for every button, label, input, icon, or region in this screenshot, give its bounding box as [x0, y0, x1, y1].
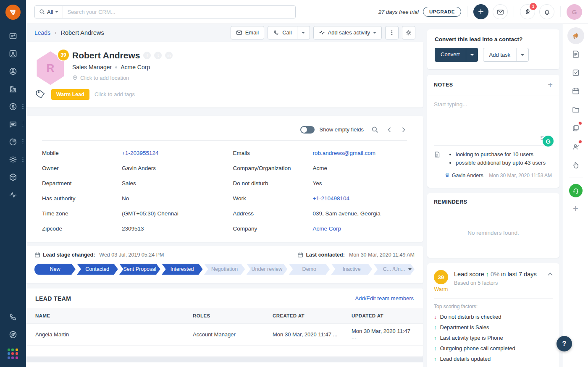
divider — [560, 6, 561, 17]
rail-item-files[interactable] — [567, 101, 584, 118]
apps-grid-icon[interactable] — [8, 349, 18, 359]
field-value-emails[interactable]: rob.andrews@gmail.com — [313, 150, 376, 156]
search-scope-dropdown[interactable]: All — [35, 6, 63, 18]
note-doc-icon — [434, 151, 441, 168]
factor-text: Department is Sales — [440, 324, 489, 330]
add-task-button[interactable]: Add task — [483, 48, 529, 62]
whats-new-button[interactable]: 1 — [520, 4, 535, 19]
rail-item-notes[interactable] — [567, 46, 584, 63]
field-value-work-phone[interactable]: +1-210498104 — [313, 195, 349, 202]
notifications-button[interactable] — [539, 4, 554, 19]
field-label: Time zone — [42, 210, 122, 217]
bell-icon — [543, 8, 551, 16]
prev-page-button[interactable] — [386, 126, 393, 133]
rail-item-participants[interactable] — [567, 138, 584, 155]
add-sales-activity-button[interactable]: Add sales activity — [313, 26, 382, 39]
scoring-factors: Top scoring factors: ↓Do not disturb is … — [434, 298, 553, 362]
sidebar-item-deals[interactable] — [4, 98, 22, 115]
chevron-down-icon — [521, 54, 524, 56]
rail-item-engagement[interactable] — [567, 157, 584, 173]
call-button[interactable]: Call — [268, 26, 297, 39]
quick-add-button[interactable] — [473, 4, 488, 19]
show-empty-fields-toggle[interactable] — [300, 126, 315, 134]
rail-item-appointments[interactable] — [567, 83, 584, 100]
stage-negotiation[interactable]: Negotiation — [204, 264, 245, 275]
field-row: CompanyAcme Corp — [233, 225, 407, 232]
field-value-company-link[interactable]: Acme Corp — [313, 225, 341, 232]
facebook-icon[interactable]: f — [143, 52, 151, 59]
grammarly-icon[interactable]: G — [543, 136, 554, 147]
call-split-button: Call — [268, 26, 310, 39]
headset-support-icon — [569, 184, 583, 197]
sidebar-item-phone[interactable] — [4, 308, 22, 326]
stage-dropdown-caret[interactable] — [408, 268, 412, 270]
stage-new[interactable]: New — [34, 264, 76, 275]
rail-item-announcements[interactable] — [567, 27, 584, 44]
warm-lead-tag[interactable]: Warm Lead — [51, 89, 89, 100]
lead-team-card: LEAD TEAM Add/Edit team members NAME ROL… — [26, 288, 423, 357]
add-location-field[interactable]: Click to add location — [72, 75, 413, 81]
add-task-dropdown[interactable] — [517, 48, 528, 61]
factors-title: Top scoring factors: — [434, 304, 553, 309]
table-row[interactable]: Angela Martin Account Manager Mon 30 Mar… — [26, 324, 423, 346]
page-settings-button[interactable] — [402, 26, 415, 39]
rail-item-products[interactable] — [567, 120, 584, 136]
sidebar-item-contacts[interactable] — [4, 63, 22, 80]
factor-text: Outgoing phone call completed — [440, 345, 515, 351]
lead-score-card: 39 Warm Lead score ↑ 0% in last 7 days B… — [427, 263, 559, 367]
breadcrumb: Leads › Robert Andrews Email Call — [26, 24, 423, 41]
search-fields-button[interactable] — [371, 126, 378, 133]
field-row: Has authorityNo — [42, 195, 216, 202]
sidebar-item-leads[interactable] — [4, 45, 22, 63]
upgrade-button[interactable]: UPGRADE — [423, 7, 461, 17]
stage-under-review[interactable]: Under review — [246, 264, 287, 275]
search-input[interactable] — [63, 9, 295, 15]
field-row: Time zone(GMT+05:30) Chennai — [42, 210, 216, 217]
rail-item-tasks[interactable] — [567, 64, 584, 81]
trend-up-icon: ↑ — [486, 271, 489, 278]
phone-icon — [273, 29, 279, 36]
tag-row: Warm Lead Click to add tags — [35, 88, 135, 101]
add-tags-field[interactable]: Click to add tags — [94, 91, 135, 97]
note-input[interactable]: Start typing... — [434, 101, 553, 132]
factor-item: ↓Do not disturb is checked — [434, 314, 553, 320]
sidebar-item-analytics[interactable] — [4, 133, 22, 151]
lead-name: Robert Andrews — [72, 50, 140, 60]
notes-card: NOTES + Start typing... G Save looking — [427, 75, 559, 188]
sidebar-item-activities[interactable] — [4, 186, 22, 204]
stage-demo[interactable]: Demo — [289, 264, 330, 275]
save-note-button[interactable]: Save — [434, 132, 553, 146]
note-item[interactable]: looking to purchase for 10 users possibl… — [434, 146, 553, 170]
convert-button[interactable]: Convert — [435, 48, 478, 62]
breadcrumb-leads-link[interactable]: Leads — [34, 29, 50, 36]
stage-interested[interactable]: Interested — [162, 264, 203, 275]
rail-item-support[interactable] — [567, 182, 584, 199]
field-value-mobile[interactable]: +1-203955124 — [122, 150, 158, 156]
add-note-button[interactable]: + — [548, 81, 553, 89]
add-edit-team-members-link[interactable]: Add/Edit team members — [355, 295, 414, 301]
stage-sent-proposal[interactable]: Sent Proposal — [119, 264, 160, 275]
sidebar-item-products[interactable] — [4, 168, 22, 186]
email-inbox-button[interactable] — [493, 4, 508, 19]
email-button[interactable]: Email — [231, 26, 265, 39]
sidebar-item-settings[interactable] — [4, 151, 22, 168]
rail-add-widget-button[interactable]: + — [573, 203, 578, 214]
sidebar-item-conversations[interactable] — [4, 115, 22, 133]
freshworks-logo-icon[interactable] — [5, 5, 21, 20]
help-button[interactable]: ? — [556, 336, 572, 351]
sidebar-item-switcher[interactable] — [4, 326, 22, 343]
stage-contacted[interactable]: Contacted — [77, 264, 118, 275]
score-band-label: Warm — [434, 286, 448, 292]
more-actions-button[interactable] — [385, 26, 399, 39]
linkedin-icon[interactable]: in — [165, 52, 173, 59]
sidebar-item-dashboard[interactable] — [4, 27, 22, 45]
collapse-chevron-up-icon[interactable] — [547, 271, 554, 279]
lead-detail-column: Leads › Robert Andrews Email Call — [26, 24, 423, 367]
call-dropdown-button[interactable] — [297, 26, 310, 39]
sidebar-item-accounts[interactable] — [4, 80, 22, 98]
user-avatar[interactable]: G — [567, 4, 582, 20]
twitter-icon[interactable]: t — [154, 52, 162, 59]
convert-dropdown[interactable] — [466, 48, 478, 62]
next-page-button[interactable] — [400, 126, 407, 133]
stage-inactive[interactable]: Inactive — [331, 264, 372, 275]
